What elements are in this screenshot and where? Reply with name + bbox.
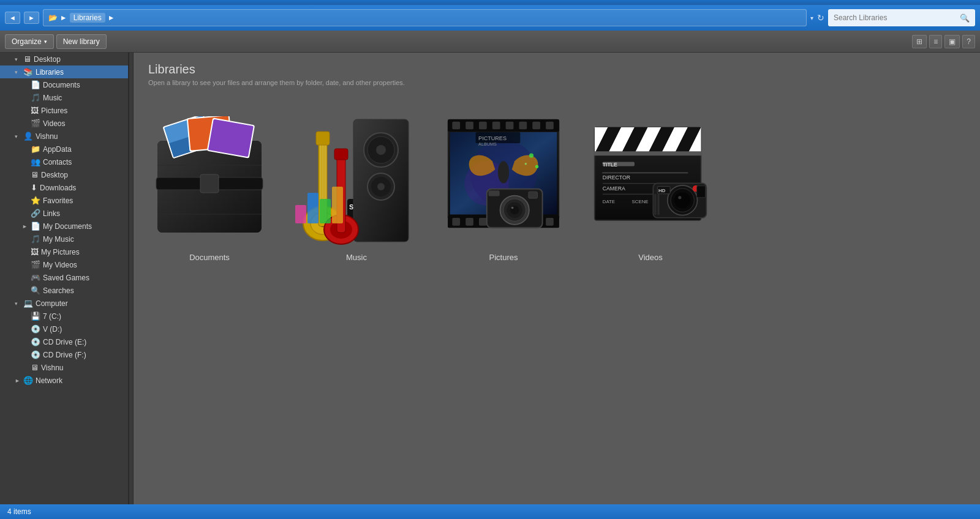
favorites-icon: ⭐ [31, 196, 40, 205]
links-icon: 🔗 [31, 209, 40, 218]
videos-icon-container: TITLE DIRECTOR CAMERA DATE SCENE TAKE [589, 113, 712, 248]
forward-icon: ► [28, 14, 35, 21]
svg-rect-44 [448, 119, 559, 132]
svg-text:ALBUMS: ALBUMS [478, 141, 497, 147]
music-label: Music [43, 94, 62, 102]
music-svg-icon: SRS(•) WOW [295, 113, 418, 248]
svg-text:CAMERA: CAMERA [603, 185, 625, 192]
computer-expand-arrow: ▾ [15, 301, 21, 307]
sidebar-item-my-pictures[interactable]: 🖼 My Pictures [0, 245, 128, 258]
search-icon[interactable]: 🔍 [960, 13, 970, 23]
svg-rect-100 [594, 151, 702, 155]
search-box[interactable]: 🔍 [828, 9, 975, 26]
sidebar-item-network[interactable]: ► 🌐 Network [0, 374, 128, 387]
computer-label: Computer [36, 299, 68, 308]
pictures-icon-sidebar: 🖼 [31, 106, 39, 115]
network-expand-arrow: ► [15, 378, 21, 384]
sidebar-item-documents[interactable]: 📄 Documents [0, 78, 128, 91]
videos-icon-sidebar: 🎬 [31, 119, 40, 128]
organize-arrow: ▾ [44, 39, 47, 45]
my-documents-arrow: ► [22, 223, 28, 230]
svg-point-105 [678, 196, 681, 199]
sidebar-item-computer-vishnu[interactable]: 🖥 Vishnu [0, 361, 128, 374]
svg-rect-99 [701, 127, 712, 154]
svg-point-104 [674, 192, 690, 208]
items-count: 4 items [7, 507, 31, 516]
sidebar-item-appdata[interactable]: 📁 AppData [0, 143, 128, 155]
sidebar-item-libraries[interactable]: ▾ 📚 Libraries [0, 65, 128, 78]
new-library-button[interactable]: New library [56, 34, 107, 49]
svg-rect-48 [479, 122, 487, 130]
breadcrumb[interactable]: 📂 ► Libraries ► [43, 9, 807, 26]
sidebar-item-links[interactable]: 🔗 Links [0, 207, 128, 220]
page-title: Libraries [148, 62, 965, 77]
appdata-icon: 📁 [31, 144, 40, 154]
sidebar-item-my-music[interactable]: 🎵 My Music [0, 233, 128, 245]
sidebar-scrollbar[interactable] [129, 53, 134, 504]
sidebar-item-e-drive[interactable]: 💿 CD Drive (E:) [0, 335, 128, 348]
view-large-icons-button[interactable]: ⊞ [912, 35, 927, 48]
vishnu-desktop-icon: 🖥 [31, 170, 39, 179]
svg-rect-46 [452, 122, 460, 130]
back-button[interactable]: ◄ [5, 12, 20, 24]
sidebar-item-c-drive[interactable]: 💾 7 (C:) [0, 310, 128, 323]
saved-games-label: Saved Games [43, 274, 89, 282]
svg-point-21 [376, 145, 386, 155]
sidebar: ▾ 🖥 Desktop ▾ 📚 Libraries 📄 Documents 🎵 … [0, 53, 129, 504]
sidebar-item-music[interactable]: 🎵 Music [0, 91, 128, 104]
sidebar-item-searches[interactable]: 🔍 Searches [0, 284, 128, 297]
sidebar-item-vishnu[interactable]: ▾ 👤 Vishnu [0, 130, 128, 143]
sidebar-item-contacts[interactable]: 👥 Contacts [0, 155, 128, 168]
search-input[interactable] [834, 13, 956, 22]
f-drive-label: CD Drive (F:) [43, 351, 86, 359]
sidebar-item-saved-games[interactable]: 🎮 Saved Games [0, 271, 128, 284]
sidebar-item-my-documents[interactable]: ► 📄 My Documents [0, 220, 128, 233]
library-item-videos[interactable]: TITLE DIRECTOR CAMERA DATE SCENE TAKE [589, 113, 712, 262]
library-item-pictures[interactable]: PICTURES ALBUMS Pictures [442, 113, 565, 262]
downloads-label: Downloads [40, 184, 76, 192]
svg-rect-53 [546, 122, 554, 130]
contacts-icon: 👥 [31, 157, 40, 166]
sidebar-item-f-drive[interactable]: 💿 CD Drive (F:) [0, 348, 128, 361]
svg-rect-42 [332, 187, 343, 223]
music-lib-label: Music [346, 253, 367, 262]
svg-text:DIRECTOR: DIRECTOR [603, 174, 630, 181]
music-icon-sidebar: 🎵 [31, 93, 40, 102]
help-button[interactable]: ? [962, 35, 975, 48]
address-dropdown-arrow[interactable]: ▾ [810, 15, 813, 21]
sidebar-item-vishnu-desktop[interactable]: 🖥 Desktop [0, 168, 128, 181]
sidebar-item-downloads[interactable]: ⬇ Downloads [0, 181, 128, 194]
sidebar-item-favorites[interactable]: ⭐ Favorites [0, 194, 128, 207]
content-area: Libraries Open a library to see your fil… [134, 53, 980, 504]
svg-text:TITLE: TITLE [603, 162, 617, 168]
vishnu-icon: 👤 [23, 132, 33, 141]
documents-icon: 📄 [31, 80, 40, 89]
sidebar-item-pictures[interactable]: 🖼 Pictures [0, 104, 128, 117]
organize-button[interactable]: Organize ▾ [5, 34, 54, 49]
svg-rect-41 [320, 199, 331, 223]
view-list-button[interactable]: ≡ [929, 35, 942, 48]
breadcrumb-current[interactable]: Libraries [70, 13, 105, 23]
address-bar: ◄ ► 📂 ► Libraries ► ▾ ↻ 🔍 [0, 5, 980, 31]
library-item-music[interactable]: SRS(•) WOW [295, 113, 418, 262]
sidebar-item-videos[interactable]: 🎬 Videos [0, 117, 128, 130]
svg-rect-54 [452, 218, 460, 226]
desktop-expand-arrow: ▾ [15, 56, 21, 62]
svg-rect-39 [295, 205, 306, 223]
sidebar-item-computer[interactable]: ▾ 💻 Computer [0, 297, 128, 310]
svg-point-67 [535, 165, 538, 168]
f-drive-icon: 💿 [31, 350, 40, 359]
e-drive-label: CD Drive (E:) [43, 338, 86, 346]
svg-rect-50 [506, 122, 514, 130]
svg-point-24 [377, 183, 385, 190]
favorites-label: Favorites [43, 196, 73, 205]
my-pictures-label: My Pictures [41, 248, 80, 256]
sidebar-item-desktop[interactable]: ▾ 🖥 Desktop [0, 53, 128, 65]
network-icon: 🌐 [23, 376, 33, 385]
forward-button[interactable]: ► [24, 12, 39, 24]
sidebar-item-my-videos[interactable]: 🎬 My Videos [0, 258, 128, 271]
refresh-button[interactable]: ↻ [817, 13, 824, 23]
sidebar-item-d-drive[interactable]: 💿 V (D:) [0, 323, 128, 335]
library-item-documents[interactable]: Documents [148, 113, 271, 262]
view-details-button[interactable]: ▣ [944, 35, 960, 48]
